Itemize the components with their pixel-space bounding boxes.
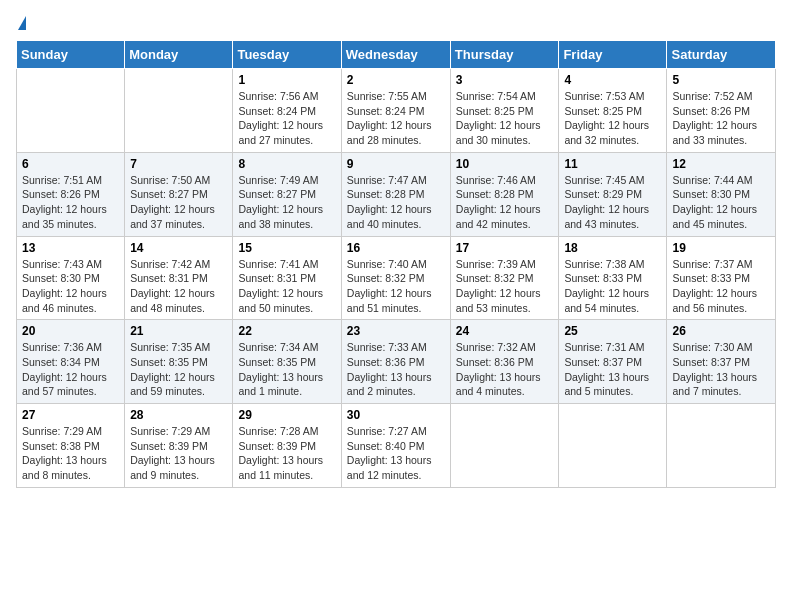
day-number: 9 (347, 157, 445, 171)
day-info: Sunrise: 7:42 AMSunset: 8:31 PMDaylight:… (130, 258, 215, 314)
day-cell: 18 Sunrise: 7:38 AMSunset: 8:33 PMDaylig… (559, 236, 667, 320)
day-number: 17 (456, 241, 554, 255)
day-cell: 21 Sunrise: 7:35 AMSunset: 8:35 PMDaylig… (125, 320, 233, 404)
day-cell: 20 Sunrise: 7:36 AMSunset: 8:34 PMDaylig… (17, 320, 125, 404)
day-cell: 2 Sunrise: 7:55 AMSunset: 8:24 PMDayligh… (341, 69, 450, 153)
day-cell: 16 Sunrise: 7:40 AMSunset: 8:32 PMDaylig… (341, 236, 450, 320)
logo (16, 16, 26, 30)
day-number: 7 (130, 157, 227, 171)
day-number: 19 (672, 241, 770, 255)
day-info: Sunrise: 7:49 AMSunset: 8:27 PMDaylight:… (238, 174, 323, 230)
column-header-wednesday: Wednesday (341, 41, 450, 69)
column-header-monday: Monday (125, 41, 233, 69)
day-cell (559, 404, 667, 488)
day-cell: 29 Sunrise: 7:28 AMSunset: 8:39 PMDaylig… (233, 404, 341, 488)
day-info: Sunrise: 7:40 AMSunset: 8:32 PMDaylight:… (347, 258, 432, 314)
day-number: 24 (456, 324, 554, 338)
day-number: 27 (22, 408, 119, 422)
day-cell: 27 Sunrise: 7:29 AMSunset: 8:38 PMDaylig… (17, 404, 125, 488)
week-row-4: 20 Sunrise: 7:36 AMSunset: 8:34 PMDaylig… (17, 320, 776, 404)
day-info: Sunrise: 7:47 AMSunset: 8:28 PMDaylight:… (347, 174, 432, 230)
day-info: Sunrise: 7:52 AMSunset: 8:26 PMDaylight:… (672, 90, 757, 146)
day-cell: 26 Sunrise: 7:30 AMSunset: 8:37 PMDaylig… (667, 320, 776, 404)
day-info: Sunrise: 7:28 AMSunset: 8:39 PMDaylight:… (238, 425, 323, 481)
week-row-2: 6 Sunrise: 7:51 AMSunset: 8:26 PMDayligh… (17, 152, 776, 236)
week-row-5: 27 Sunrise: 7:29 AMSunset: 8:38 PMDaylig… (17, 404, 776, 488)
day-cell: 9 Sunrise: 7:47 AMSunset: 8:28 PMDayligh… (341, 152, 450, 236)
day-number: 26 (672, 324, 770, 338)
day-cell: 3 Sunrise: 7:54 AMSunset: 8:25 PMDayligh… (450, 69, 559, 153)
day-cell: 17 Sunrise: 7:39 AMSunset: 8:32 PMDaylig… (450, 236, 559, 320)
day-cell: 5 Sunrise: 7:52 AMSunset: 8:26 PMDayligh… (667, 69, 776, 153)
day-number: 12 (672, 157, 770, 171)
day-number: 8 (238, 157, 335, 171)
day-number: 1 (238, 73, 335, 87)
day-cell (450, 404, 559, 488)
day-info: Sunrise: 7:51 AMSunset: 8:26 PMDaylight:… (22, 174, 107, 230)
day-info: Sunrise: 7:43 AMSunset: 8:30 PMDaylight:… (22, 258, 107, 314)
day-cell: 6 Sunrise: 7:51 AMSunset: 8:26 PMDayligh… (17, 152, 125, 236)
day-cell: 10 Sunrise: 7:46 AMSunset: 8:28 PMDaylig… (450, 152, 559, 236)
day-number: 5 (672, 73, 770, 87)
day-cell: 12 Sunrise: 7:44 AMSunset: 8:30 PMDaylig… (667, 152, 776, 236)
day-number: 2 (347, 73, 445, 87)
day-cell (125, 69, 233, 153)
day-info: Sunrise: 7:45 AMSunset: 8:29 PMDaylight:… (564, 174, 649, 230)
day-number: 14 (130, 241, 227, 255)
column-header-friday: Friday (559, 41, 667, 69)
day-cell: 23 Sunrise: 7:33 AMSunset: 8:36 PMDaylig… (341, 320, 450, 404)
day-cell: 7 Sunrise: 7:50 AMSunset: 8:27 PMDayligh… (125, 152, 233, 236)
day-number: 23 (347, 324, 445, 338)
day-number: 6 (22, 157, 119, 171)
day-cell: 4 Sunrise: 7:53 AMSunset: 8:25 PMDayligh… (559, 69, 667, 153)
day-info: Sunrise: 7:32 AMSunset: 8:36 PMDaylight:… (456, 341, 541, 397)
day-info: Sunrise: 7:36 AMSunset: 8:34 PMDaylight:… (22, 341, 107, 397)
day-number: 3 (456, 73, 554, 87)
column-header-saturday: Saturday (667, 41, 776, 69)
day-cell: 22 Sunrise: 7:34 AMSunset: 8:35 PMDaylig… (233, 320, 341, 404)
day-cell: 14 Sunrise: 7:42 AMSunset: 8:31 PMDaylig… (125, 236, 233, 320)
day-info: Sunrise: 7:53 AMSunset: 8:25 PMDaylight:… (564, 90, 649, 146)
week-row-3: 13 Sunrise: 7:43 AMSunset: 8:30 PMDaylig… (17, 236, 776, 320)
day-number: 15 (238, 241, 335, 255)
day-cell (17, 69, 125, 153)
column-header-sunday: Sunday (17, 41, 125, 69)
column-header-thursday: Thursday (450, 41, 559, 69)
week-row-1: 1 Sunrise: 7:56 AMSunset: 8:24 PMDayligh… (17, 69, 776, 153)
header (16, 16, 776, 30)
day-info: Sunrise: 7:56 AMSunset: 8:24 PMDaylight:… (238, 90, 323, 146)
day-info: Sunrise: 7:39 AMSunset: 8:32 PMDaylight:… (456, 258, 541, 314)
day-number: 25 (564, 324, 661, 338)
calendar-header-row: SundayMondayTuesdayWednesdayThursdayFrid… (17, 41, 776, 69)
day-cell: 13 Sunrise: 7:43 AMSunset: 8:30 PMDaylig… (17, 236, 125, 320)
day-info: Sunrise: 7:27 AMSunset: 8:40 PMDaylight:… (347, 425, 432, 481)
day-cell: 8 Sunrise: 7:49 AMSunset: 8:27 PMDayligh… (233, 152, 341, 236)
day-number: 22 (238, 324, 335, 338)
day-cell: 19 Sunrise: 7:37 AMSunset: 8:33 PMDaylig… (667, 236, 776, 320)
day-cell: 28 Sunrise: 7:29 AMSunset: 8:39 PMDaylig… (125, 404, 233, 488)
day-info: Sunrise: 7:55 AMSunset: 8:24 PMDaylight:… (347, 90, 432, 146)
day-cell: 30 Sunrise: 7:27 AMSunset: 8:40 PMDaylig… (341, 404, 450, 488)
day-number: 13 (22, 241, 119, 255)
day-cell: 11 Sunrise: 7:45 AMSunset: 8:29 PMDaylig… (559, 152, 667, 236)
day-info: Sunrise: 7:29 AMSunset: 8:38 PMDaylight:… (22, 425, 107, 481)
day-info: Sunrise: 7:46 AMSunset: 8:28 PMDaylight:… (456, 174, 541, 230)
day-info: Sunrise: 7:54 AMSunset: 8:25 PMDaylight:… (456, 90, 541, 146)
day-number: 21 (130, 324, 227, 338)
day-cell (667, 404, 776, 488)
day-info: Sunrise: 7:30 AMSunset: 8:37 PMDaylight:… (672, 341, 757, 397)
day-cell: 15 Sunrise: 7:41 AMSunset: 8:31 PMDaylig… (233, 236, 341, 320)
day-info: Sunrise: 7:29 AMSunset: 8:39 PMDaylight:… (130, 425, 215, 481)
day-cell: 24 Sunrise: 7:32 AMSunset: 8:36 PMDaylig… (450, 320, 559, 404)
day-number: 4 (564, 73, 661, 87)
calendar-table: SundayMondayTuesdayWednesdayThursdayFrid… (16, 40, 776, 488)
day-info: Sunrise: 7:33 AMSunset: 8:36 PMDaylight:… (347, 341, 432, 397)
day-info: Sunrise: 7:38 AMSunset: 8:33 PMDaylight:… (564, 258, 649, 314)
day-number: 28 (130, 408, 227, 422)
day-info: Sunrise: 7:31 AMSunset: 8:37 PMDaylight:… (564, 341, 649, 397)
day-info: Sunrise: 7:44 AMSunset: 8:30 PMDaylight:… (672, 174, 757, 230)
day-number: 18 (564, 241, 661, 255)
day-info: Sunrise: 7:34 AMSunset: 8:35 PMDaylight:… (238, 341, 323, 397)
logo-triangle-icon (18, 16, 26, 30)
column-header-tuesday: Tuesday (233, 41, 341, 69)
